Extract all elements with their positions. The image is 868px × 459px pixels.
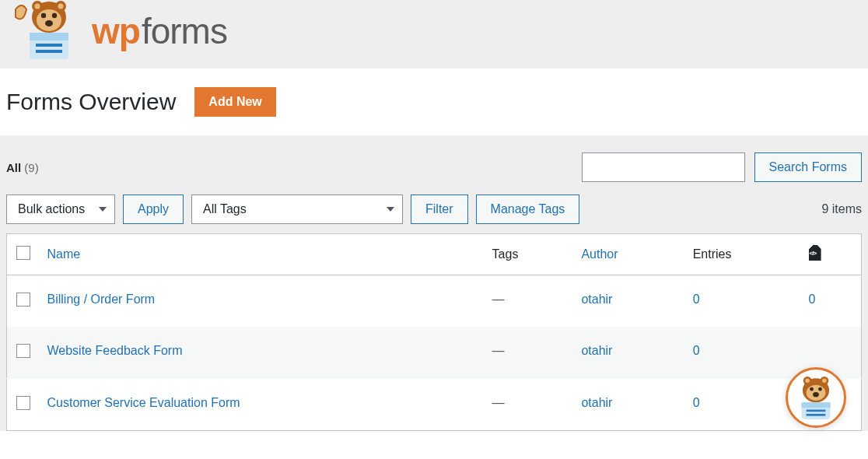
manage-tags-button[interactable]: Manage Tags [476, 194, 580, 224]
forms-table: Name Tags Author Entries Billing / Order… [6, 233, 862, 431]
svg-rect-23 [801, 402, 830, 408]
svg-point-20 [818, 387, 822, 391]
help-mascot-button[interactable] [786, 367, 846, 428]
view-all-count: (9) [24, 161, 38, 174]
title-bar: Forms Overview Add New [0, 68, 868, 135]
brand-banner: wpforms [0, 0, 868, 68]
form-name-link[interactable]: Customer Service Evaluation Form [47, 396, 240, 409]
svg-point-6 [41, 13, 46, 18]
table-row: Billing / Order Form — otahir 0 0 [7, 275, 862, 328]
col-author[interactable]: Author [573, 234, 684, 275]
svg-point-5 [58, 4, 64, 9]
table-row: Customer Service Evaluation Form — otahi… [7, 379, 862, 431]
author-link[interactable]: otahir [581, 344, 612, 357]
entries-link[interactable]: 0 [693, 396, 700, 409]
svg-point-19 [810, 387, 814, 391]
svg-point-18 [822, 379, 826, 383]
views-subsub: All (9) [6, 161, 39, 174]
row-tags: — [485, 275, 574, 328]
col-shortcode [801, 234, 862, 275]
entries-link[interactable]: 0 [693, 344, 700, 357]
code-icon [809, 245, 821, 261]
author-link[interactable]: otahir [581, 396, 612, 409]
chevron-down-icon [387, 207, 394, 212]
svg-rect-24 [807, 410, 826, 412]
all-tags-label: All Tags [203, 202, 247, 216]
author-link[interactable]: otahir [581, 293, 612, 306]
svg-point-21 [813, 392, 819, 397]
svg-rect-12 [36, 50, 62, 53]
brand-wp: wp [92, 10, 140, 52]
bulk-actions-select[interactable]: Bulk actions [6, 194, 115, 224]
page-title: Forms Overview [6, 89, 176, 115]
row-checkbox[interactable] [16, 396, 30, 410]
search-forms-button[interactable]: Search Forms [754, 152, 862, 182]
svg-point-17 [805, 379, 809, 383]
filter-button[interactable]: Filter [411, 194, 468, 224]
apply-button[interactable]: Apply [123, 194, 184, 224]
svg-rect-10 [30, 33, 68, 40]
brand-forms: forms [142, 10, 227, 52]
row-checkbox[interactable] [16, 344, 30, 358]
row-tags: — [485, 327, 574, 379]
search-input[interactable] [582, 152, 745, 182]
bulk-actions-label: Bulk actions [18, 202, 85, 216]
form-name-link[interactable]: Billing / Order Form [47, 293, 156, 306]
brand-text: wpforms [92, 10, 227, 52]
table-row: Website Feedback Form — otahir 0 [7, 327, 862, 379]
col-entries: Entries [685, 234, 801, 275]
svg-rect-25 [807, 414, 826, 416]
row-tags: — [485, 379, 574, 431]
shortcode-count[interactable]: 0 [809, 293, 816, 306]
row-checkbox[interactable] [16, 293, 30, 307]
svg-point-8 [45, 20, 53, 26]
form-name-link[interactable]: Website Feedback Form [47, 344, 183, 357]
svg-point-4 [35, 4, 40, 9]
entries-link[interactable]: 0 [693, 293, 700, 306]
items-count: 9 items [821, 202, 862, 216]
add-new-button[interactable]: Add New [194, 87, 275, 117]
view-all-label[interactable]: All [6, 161, 21, 174]
svg-point-7 [52, 13, 57, 18]
wpforms-mascot-logo [6, 0, 84, 62]
chevron-down-icon [99, 207, 107, 212]
col-tags: Tags [485, 234, 574, 275]
all-tags-select[interactable]: All Tags [191, 194, 403, 224]
svg-rect-11 [36, 44, 62, 47]
col-name[interactable]: Name [40, 234, 485, 275]
select-all-checkbox[interactable] [16, 246, 30, 260]
